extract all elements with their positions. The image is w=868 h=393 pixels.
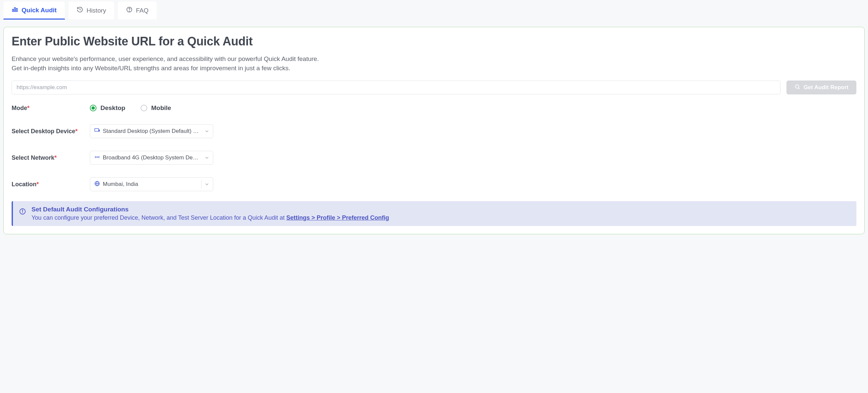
tab-quick-audit[interactable]: Quick Audit [3,1,65,20]
tab-label: FAQ [136,7,149,14]
location-select[interactable]: Mumbai, India [90,177,213,191]
svg-point-5 [796,85,799,89]
mode-row: Mode* Desktop Mobile [11,104,857,112]
select-value: Mumbai, India [103,181,198,188]
tab-label: Quick Audit [22,7,57,14]
bar-chart-icon [11,6,18,14]
svg-point-9 [97,157,97,157]
mode-radio-group: Desktop Mobile [90,104,171,112]
mode-radio-mobile[interactable]: Mobile [141,104,171,112]
select-value: Standard Desktop (System Default) (1350 … [103,128,199,134]
radio-icon [90,105,96,111]
panel-title: Enter Public Website URL for a Quick Aud… [11,34,857,48]
tab-label: History [87,7,106,14]
get-audit-report-button[interactable]: Get Audit Report [786,80,857,94]
network-row: Select Network* Broadband 4G (Desktop Sy… [11,151,857,165]
default-config-banner: Set Default Audit Configurations You can… [11,201,857,226]
select-value: Broadband 4G (Desktop System Default) (1… [103,155,199,161]
device-row: Select Desktop Device* Standard Desktop … [11,124,857,138]
svg-line-6 [798,88,800,89]
banner-body: You can configure your preferred Device,… [31,215,389,221]
svg-rect-8 [99,130,100,132]
location-label: Location* [11,181,90,188]
device-select[interactable]: Standard Desktop (System Default) (1350 … [90,124,213,138]
history-icon [76,6,83,14]
svg-rect-0 [12,9,13,11]
help-circle-icon [126,6,133,14]
tab-history[interactable]: History [68,1,114,20]
chevron-down-icon [202,127,210,135]
mode-label: Mode* [11,105,90,112]
svg-rect-2 [16,9,17,11]
tab-faq[interactable]: FAQ [118,1,157,20]
location-row: Location* Mumbai, India [11,177,857,191]
panel-description: Enhance your website's performance, user… [11,54,857,72]
monitor-icon [94,128,100,135]
quick-audit-panel: Enter Public Website URL for a Quick Aud… [3,27,865,234]
network-select[interactable]: Broadband 4G (Desktop System Default) (1… [90,151,213,165]
url-row: Get Audit Report [11,80,857,94]
radio-icon [141,105,147,111]
info-circle-icon [19,206,26,217]
url-input[interactable] [11,80,780,94]
tabs: Quick Audit History FAQ [3,1,865,20]
chevron-down-icon [202,154,210,162]
broadcast-icon [94,154,100,161]
device-label: Select Desktop Device* [11,128,90,135]
svg-rect-1 [14,8,15,11]
mode-radio-desktop[interactable]: Desktop [90,104,125,112]
network-label: Select Network* [11,155,90,161]
globe-icon [94,181,100,188]
chevron-down-icon [201,180,210,189]
svg-point-15 [22,210,23,211]
banner-title: Set Default Audit Configurations [31,206,389,213]
svg-rect-7 [95,129,99,131]
search-icon [795,84,800,92]
svg-point-4 [129,11,129,11]
preferred-config-link[interactable]: Settings > Profile > Preferred Config [286,215,389,221]
button-label: Get Audit Report [804,84,848,91]
